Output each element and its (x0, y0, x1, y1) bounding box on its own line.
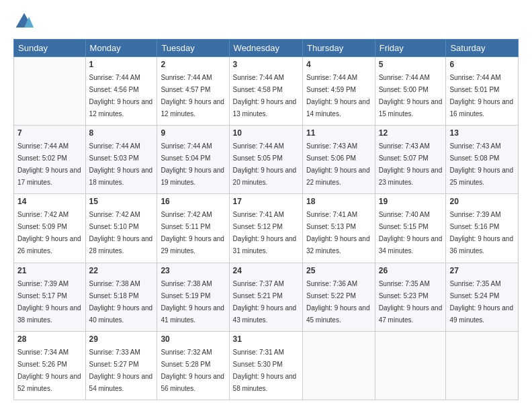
calendar-cell: 31 Sunrise: 7:31 AMSunset: 5:30 PMDaylig… (229, 331, 302, 400)
day-number: 9 (161, 128, 225, 138)
day-info: Sunrise: 7:36 AMSunset: 5:22 PMDaylight:… (306, 280, 370, 324)
calendar-cell: 4 Sunrise: 7:44 AMSunset: 4:59 PMDayligh… (302, 57, 375, 126)
calendar-cell: 28 Sunrise: 7:34 AMSunset: 5:26 PMDaylig… (14, 331, 86, 400)
day-number: 22 (89, 266, 154, 275)
calendar-table: SundayMondayTuesdayWednesdayThursdayFrid… (13, 39, 519, 400)
day-info: Sunrise: 7:42 AMSunset: 5:10 PMDaylight:… (89, 211, 153, 255)
day-number: 25 (306, 266, 371, 275)
day-info: Sunrise: 7:44 AMSunset: 5:05 PMDaylight:… (233, 142, 297, 186)
day-info: Sunrise: 7:38 AMSunset: 5:19 PMDaylight:… (161, 280, 224, 324)
day-header: Friday (375, 40, 446, 57)
calendar-cell: 18 Sunrise: 7:41 AMSunset: 5:13 PMDaylig… (302, 194, 375, 263)
day-number: 26 (379, 266, 443, 275)
day-info: Sunrise: 7:33 AMSunset: 5:27 PMDaylight:… (89, 349, 153, 392)
calendar-cell: 20 Sunrise: 7:39 AMSunset: 5:16 PMDaylig… (446, 194, 519, 263)
calendar-cell: 6 Sunrise: 7:44 AMSunset: 5:01 PMDayligh… (446, 57, 519, 126)
day-number: 4 (306, 60, 371, 69)
day-number: 7 (17, 128, 82, 138)
calendar-cell: 10 Sunrise: 7:44 AMSunset: 5:05 PMDaylig… (229, 126, 302, 194)
calendar-cell: 13 Sunrise: 7:43 AMSunset: 5:08 PMDaylig… (446, 126, 519, 194)
calendar-cell: 21 Sunrise: 7:39 AMSunset: 5:17 PMDaylig… (14, 263, 86, 331)
day-number: 23 (161, 266, 225, 275)
calendar-cell: 15 Sunrise: 7:42 AMSunset: 5:10 PMDaylig… (85, 194, 157, 263)
day-info: Sunrise: 7:39 AMSunset: 5:17 PMDaylight:… (17, 280, 81, 324)
day-header: Monday (85, 40, 157, 57)
calendar-cell: 1 Sunrise: 7:44 AMSunset: 4:56 PMDayligh… (85, 57, 157, 126)
day-info: Sunrise: 7:44 AMSunset: 4:59 PMDaylight:… (306, 74, 370, 118)
day-number: 19 (379, 197, 443, 206)
calendar-cell: 8 Sunrise: 7:44 AMSunset: 5:03 PMDayligh… (85, 126, 157, 194)
calendar-cell: 11 Sunrise: 7:43 AMSunset: 5:06 PMDaylig… (302, 126, 375, 194)
day-info: Sunrise: 7:32 AMSunset: 5:28 PMDaylight:… (161, 349, 224, 392)
calendar-week-row: 28 Sunrise: 7:34 AMSunset: 5:26 PMDaylig… (14, 331, 519, 400)
logo (13, 11, 38, 32)
day-header: Saturday (446, 40, 519, 57)
day-info: Sunrise: 7:44 AMSunset: 5:00 PMDaylight:… (379, 74, 443, 118)
day-number: 15 (89, 197, 154, 206)
day-number: 6 (449, 60, 515, 69)
day-info: Sunrise: 7:43 AMSunset: 5:06 PMDaylight:… (306, 142, 370, 186)
day-info: Sunrise: 7:34 AMSunset: 5:26 PMDaylight:… (17, 349, 81, 392)
day-info: Sunrise: 7:43 AMSunset: 5:07 PMDaylight:… (379, 142, 443, 186)
day-info: Sunrise: 7:42 AMSunset: 5:09 PMDaylight:… (17, 211, 81, 255)
day-info: Sunrise: 7:38 AMSunset: 5:18 PMDaylight:… (89, 280, 153, 324)
calendar-cell: 14 Sunrise: 7:42 AMSunset: 5:09 PMDaylig… (14, 194, 86, 263)
calendar-cell: 30 Sunrise: 7:32 AMSunset: 5:28 PMDaylig… (157, 331, 229, 400)
day-info: Sunrise: 7:35 AMSunset: 5:24 PMDaylight:… (449, 280, 513, 324)
calendar-cell: 26 Sunrise: 7:35 AMSunset: 5:23 PMDaylig… (375, 263, 446, 331)
day-number: 21 (17, 266, 82, 275)
calendar-cell (302, 331, 375, 400)
calendar-cell: 29 Sunrise: 7:33 AMSunset: 5:27 PMDaylig… (85, 331, 157, 400)
day-number: 16 (161, 197, 225, 206)
calendar-week-row: 1 Sunrise: 7:44 AMSunset: 4:56 PMDayligh… (14, 57, 519, 126)
day-header: Thursday (302, 40, 375, 57)
calendar-week-row: 14 Sunrise: 7:42 AMSunset: 5:09 PMDaylig… (14, 194, 519, 263)
calendar-cell: 16 Sunrise: 7:42 AMSunset: 5:11 PMDaylig… (157, 194, 229, 263)
day-number: 20 (449, 197, 515, 206)
day-number: 28 (17, 334, 82, 344)
day-info: Sunrise: 7:44 AMSunset: 5:03 PMDaylight:… (89, 142, 153, 186)
day-info: Sunrise: 7:44 AMSunset: 4:58 PMDaylight:… (233, 74, 297, 118)
day-info: Sunrise: 7:40 AMSunset: 5:15 PMDaylight:… (379, 211, 443, 255)
calendar-cell: 23 Sunrise: 7:38 AMSunset: 5:19 PMDaylig… (157, 263, 229, 331)
day-info: Sunrise: 7:37 AMSunset: 5:21 PMDaylight:… (233, 280, 297, 324)
calendar-cell (14, 57, 86, 126)
page: SundayMondayTuesdayWednesdayThursdayFrid… (0, 0, 532, 411)
day-number: 14 (17, 197, 82, 206)
day-number: 29 (89, 334, 154, 344)
day-info: Sunrise: 7:31 AMSunset: 5:30 PMDaylight:… (233, 349, 297, 392)
calendar-cell: 17 Sunrise: 7:41 AMSunset: 5:12 PMDaylig… (229, 194, 302, 263)
day-number: 10 (233, 128, 299, 138)
day-header: Wednesday (229, 40, 302, 57)
day-header: Tuesday (157, 40, 229, 57)
calendar-week-row: 7 Sunrise: 7:44 AMSunset: 5:02 PMDayligh… (14, 126, 519, 194)
calendar-header-row: SundayMondayTuesdayWednesdayThursdayFrid… (14, 40, 519, 57)
day-number: 13 (449, 128, 515, 138)
day-number: 27 (449, 266, 515, 275)
calendar-cell (375, 331, 446, 400)
day-info: Sunrise: 7:44 AMSunset: 5:04 PMDaylight:… (161, 142, 224, 186)
calendar-cell: 27 Sunrise: 7:35 AMSunset: 5:24 PMDaylig… (446, 263, 519, 331)
day-number: 24 (233, 266, 299, 275)
calendar-cell (446, 331, 519, 400)
calendar-cell: 25 Sunrise: 7:36 AMSunset: 5:22 PMDaylig… (302, 263, 375, 331)
day-info: Sunrise: 7:44 AMSunset: 4:56 PMDaylight:… (89, 74, 153, 118)
day-info: Sunrise: 7:43 AMSunset: 5:08 PMDaylight:… (449, 142, 513, 186)
day-number: 11 (306, 128, 371, 138)
calendar-cell: 3 Sunrise: 7:44 AMSunset: 4:58 PMDayligh… (229, 57, 302, 126)
calendar-cell: 2 Sunrise: 7:44 AMSunset: 4:57 PMDayligh… (157, 57, 229, 126)
day-info: Sunrise: 7:44 AMSunset: 5:01 PMDaylight:… (449, 74, 513, 118)
day-number: 17 (233, 197, 299, 206)
header (13, 11, 519, 32)
day-header: Sunday (14, 40, 86, 57)
calendar-week-row: 21 Sunrise: 7:39 AMSunset: 5:17 PMDaylig… (14, 263, 519, 331)
day-number: 31 (233, 334, 299, 344)
day-info: Sunrise: 7:44 AMSunset: 5:02 PMDaylight:… (17, 142, 81, 186)
calendar-cell: 5 Sunrise: 7:44 AMSunset: 5:00 PMDayligh… (375, 57, 446, 126)
calendar-cell: 24 Sunrise: 7:37 AMSunset: 5:21 PMDaylig… (229, 263, 302, 331)
calendar-cell: 22 Sunrise: 7:38 AMSunset: 5:18 PMDaylig… (85, 263, 157, 331)
day-info: Sunrise: 7:41 AMSunset: 5:12 PMDaylight:… (233, 211, 297, 255)
day-info: Sunrise: 7:35 AMSunset: 5:23 PMDaylight:… (379, 280, 443, 324)
day-number: 1 (89, 60, 154, 69)
day-number: 2 (161, 60, 225, 69)
